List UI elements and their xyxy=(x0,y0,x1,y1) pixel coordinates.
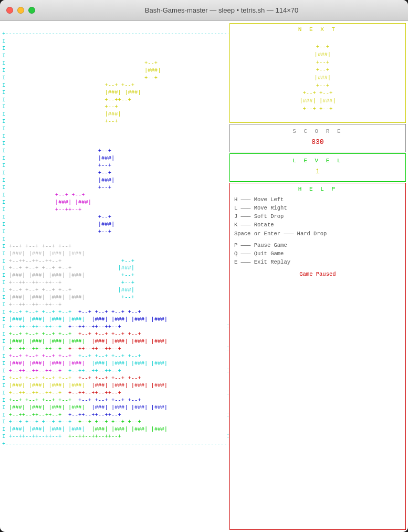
next-pieces: +--+ |###| +--+ +--+ |###| +--+ +--+ +--… xyxy=(234,36,401,121)
titlebar: Bash-Games-master — sleep • tetris.sh — … xyxy=(0,0,408,21)
help-item-6: Q ——— Quit Game xyxy=(234,249,401,258)
help-item-1: L ——— Move Right xyxy=(234,204,401,212)
help-item-0: H ——— Move Left xyxy=(234,195,401,204)
help-lines: H ——— Move Left L ——— Move Right J ——— S… xyxy=(234,195,401,278)
help-title: H E L P xyxy=(234,185,401,193)
level-title: L E V E L xyxy=(234,157,401,165)
next-box: N E X T +--+ |###| +--+ +--+ |###| +--+ … xyxy=(229,23,406,123)
level-box: L E V E L 1 xyxy=(229,153,406,182)
next-title: N E X T xyxy=(234,26,401,34)
score-value: 830 xyxy=(234,138,401,147)
tetris-board: +---------------------------------------… xyxy=(1,23,228,530)
help-item-7: E ——— Exit Replay xyxy=(234,258,401,266)
titlebar-buttons xyxy=(6,7,35,14)
window-title: Bash-Games-master — sleep • tetris.sh — … xyxy=(41,6,402,14)
level-value: 1 xyxy=(234,167,401,176)
maximize-button[interactable] xyxy=(28,7,35,14)
minimize-button[interactable] xyxy=(17,7,24,14)
help-item-5: P ——— Pause Game xyxy=(234,241,401,249)
help-box: H E L P H ——— Move Left L ——— Move Right… xyxy=(229,183,406,530)
help-item-3: K ——— Rotate xyxy=(234,221,401,229)
right-panel: N E X T +--+ |###| +--+ +--+ |###| +--+ … xyxy=(228,23,407,530)
window: Bash-Games-master — sleep • tetris.sh — … xyxy=(0,0,408,532)
help-item-4: Space or Enter ——— Hard Drop xyxy=(234,230,401,238)
game-paused-label: Game Paused xyxy=(234,270,401,278)
help-item-2: J ——— Soft Drop xyxy=(234,212,401,221)
close-button[interactable] xyxy=(6,7,13,14)
terminal[interactable]: +---------------------------------------… xyxy=(0,21,408,532)
score-box: S C O R E 830 xyxy=(229,124,406,152)
score-title: S C O R E xyxy=(234,128,401,135)
